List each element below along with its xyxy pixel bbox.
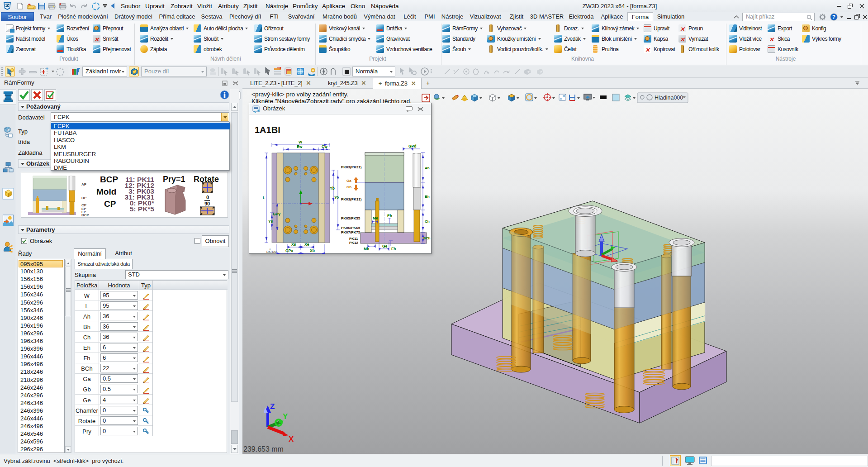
svg-text:Ch: Ch: [425, 219, 430, 224]
svg-text:0: 0: [206, 195, 209, 200]
svg-text:Hladina000: Hladina000: [655, 95, 683, 101]
svg-text:Bh: Bh: [425, 195, 430, 199]
svg-text:GPy: GPy: [273, 212, 280, 216]
svg-text:PK05/PK55: PK05/PK55: [341, 216, 360, 220]
svg-text:Xe: Xe: [304, 242, 309, 247]
svg-text:W: W: [299, 140, 303, 144]
svg-text:Ys: Ys: [268, 219, 273, 224]
svg-text:PK03(PK31): PK03(PK31): [341, 165, 362, 169]
svg-text:Fh: Fh: [391, 247, 396, 251]
svg-text:GPd: GPd: [408, 144, 416, 148]
svg-text:Mold: Mold: [96, 187, 116, 196]
svg-text:PK03(PK31): PK03(PK31): [341, 197, 362, 201]
svg-text:1A1BI: 1A1BI: [255, 125, 280, 135]
svg-text:PK06/PK65: PK06/PK65: [341, 226, 360, 230]
svg-text:BCP: BCP: [81, 213, 90, 217]
svg-text:Cw: Cw: [322, 144, 327, 149]
svg-text:BCh: BCh: [423, 236, 431, 240]
svg-text:Me: Me: [373, 216, 378, 220]
svg-text:?: ?: [832, 14, 835, 20]
svg-text:CP: CP: [104, 199, 116, 209]
svg-text:PK11: PK11: [349, 237, 358, 241]
svg-text:Ge: Ge: [382, 244, 388, 248]
svg-text:⍛: ⍛: [269, 247, 271, 250]
svg-text:BP: BP: [81, 196, 87, 200]
svg-text:PK07/PK75: PK07/PK75: [341, 230, 360, 234]
svg-text:PK12: PK12: [349, 241, 359, 245]
svg-text:X: X: [289, 435, 294, 443]
svg-text:Eh: Eh: [387, 214, 392, 218]
svg-text:Xb: Xb: [310, 248, 315, 253]
svg-text:Z: Z: [270, 402, 275, 411]
svg-text:L: L: [263, 195, 265, 200]
svg-text:Ah: Ah: [425, 166, 430, 170]
svg-text:Yb: Yb: [330, 186, 335, 191]
svg-text:Mb: Mb: [364, 247, 369, 251]
svg-text:Ew: Ew: [297, 144, 303, 149]
svg-text:Pry=1: Pry=1: [163, 175, 185, 184]
svg-text:Y: Y: [283, 412, 288, 421]
svg-text:AP: AP: [81, 182, 87, 186]
svg-text:Ga: Ga: [346, 179, 351, 183]
svg-text:5: PK*5: 5: PK*5: [130, 205, 155, 213]
svg-text:Yo: Yo: [334, 195, 339, 200]
svg-text:90: 90: [204, 201, 210, 206]
svg-text:DATUM: DATUM: [266, 250, 277, 253]
svg-text:Xs: Xs: [291, 242, 296, 247]
svg-text:BCP: BCP: [100, 175, 118, 184]
svg-text:GPx: GPx: [285, 248, 293, 253]
svg-text:Gb: Gb: [346, 185, 351, 189]
